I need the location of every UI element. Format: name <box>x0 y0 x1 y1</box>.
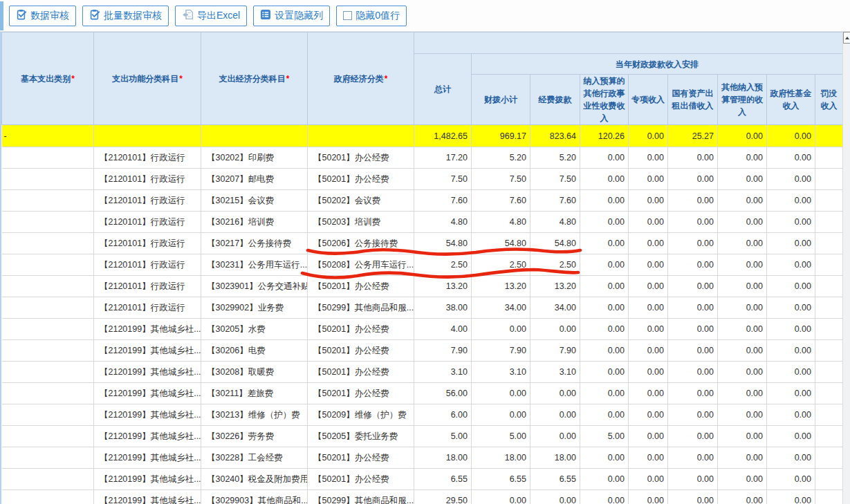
cell-amount[interactable]: 0.00 <box>629 125 668 147</box>
cell-amount[interactable]: 0.00 <box>718 469 767 490</box>
cell-amount[interactable]: 13.20 <box>530 276 580 297</box>
cell-economic-subject[interactable]: 【30226】劳务费 <box>201 426 308 447</box>
cell-gov-classification[interactable]: 【50299】其他商品和服... <box>308 490 414 504</box>
cell-amount[interactable]: 0.00 <box>580 404 629 426</box>
cell-economic-subject[interactable]: 【30206】电费 <box>201 340 308 362</box>
cell-basic-expense-category[interactable] <box>2 362 94 383</box>
cell-amount-clipped[interactable] <box>815 190 843 212</box>
cell-amount[interactable]: 0.00 <box>767 362 815 383</box>
export-excel-button[interactable]: 导出Excel <box>175 6 247 26</box>
cell-amount[interactable]: 0.00 <box>668 490 718 504</box>
cell-gov-classification[interactable] <box>308 125 414 147</box>
cell-amount[interactable]: 0.00 <box>767 319 815 340</box>
cell-amount[interactable]: 0.00 <box>718 340 767 362</box>
cell-gov-classification[interactable]: 【50201】办公经费 <box>308 169 414 190</box>
cell-amount[interactable]: 0.00 <box>629 169 668 190</box>
cell-amount[interactable]: 0.00 <box>718 169 767 190</box>
cell-economic-subject[interactable] <box>201 125 308 147</box>
cell-amount[interactable]: 0.00 <box>580 490 629 504</box>
cell-basic-expense-category[interactable] <box>2 254 94 276</box>
cell-amount[interactable]: 0.00 <box>668 147 718 169</box>
cell-amount[interactable]: 0.00 <box>668 362 718 383</box>
cell-amount[interactable]: 0.00 <box>767 233 815 254</box>
cell-economic-subject[interactable]: 【30228】工会经费 <box>201 447 308 469</box>
cell-basic-expense-category[interactable] <box>2 147 94 169</box>
cell-amount[interactable]: 0.00 <box>668 169 718 190</box>
cell-amount[interactable]: 0.00 <box>718 212 767 233</box>
cell-amount[interactable]: 0.00 <box>718 125 767 147</box>
cell-gov-classification[interactable]: 【50201】办公经费 <box>308 276 414 297</box>
cell-amount[interactable]: 29.50 <box>414 490 472 504</box>
cell-amount[interactable]: 6.55 <box>472 469 530 490</box>
cell-amount[interactable]: 0.00 <box>668 190 718 212</box>
cell-economic-subject[interactable]: 【30213】维修（护）费 <box>201 404 308 426</box>
cell-gov-classification[interactable]: 【50201】办公经费 <box>308 319 414 340</box>
cell-gov-classification[interactable]: 【50209】维修（护）费 <box>308 404 414 426</box>
cell-amount[interactable]: 0.00 <box>718 233 767 254</box>
cell-function-subject[interactable]: 【2120101】行政运行 <box>94 169 201 190</box>
cell-amount[interactable]: 0.00 <box>718 426 767 447</box>
cell-amount[interactable]: 0.00 <box>580 169 629 190</box>
cell-gov-classification[interactable]: 【50201】办公经费 <box>308 383 414 404</box>
cell-amount[interactable]: 0.00 <box>668 447 718 469</box>
cell-amount[interactable]: 7.60 <box>530 190 580 212</box>
cell-function-subject[interactable]: 【2120199】其他城乡社... <box>94 490 201 504</box>
cell-function-subject[interactable]: 【2120101】行政运行 <box>94 254 201 276</box>
cell-function-subject[interactable]: 【2120199】其他城乡社... <box>94 404 201 426</box>
cell-amount[interactable]: 0.00 <box>767 469 815 490</box>
cell-amount[interactable]: 0.00 <box>767 426 815 447</box>
cell-amount[interactable]: 4.80 <box>472 212 530 233</box>
cell-amount[interactable]: 0.00 <box>767 254 815 276</box>
cell-gov-classification[interactable]: 【50201】办公经费 <box>308 469 414 490</box>
cell-gov-classification[interactable]: 【50202】会议费 <box>308 190 414 212</box>
cell-economic-subject[interactable]: 【30202】印刷费 <box>201 147 308 169</box>
cell-basic-expense-category[interactable] <box>2 169 94 190</box>
cell-amount[interactable]: 7.50 <box>414 169 472 190</box>
cell-amount[interactable]: 0.00 <box>580 212 629 233</box>
cell-amount[interactable]: 0.00 <box>718 319 767 340</box>
cell-amount[interactable]: 0.00 <box>629 404 668 426</box>
cell-amount[interactable]: 0.00 <box>668 233 718 254</box>
cell-gov-classification[interactable]: 【50201】办公经费 <box>308 147 414 169</box>
cell-amount[interactable]: 0.00 <box>472 383 530 404</box>
cell-gov-classification[interactable]: 【50203】培训费 <box>308 212 414 233</box>
cell-amount[interactable]: 0.00 <box>767 383 815 404</box>
cell-amount[interactable]: 54.80 <box>530 233 580 254</box>
cell-amount[interactable]: 54.80 <box>472 233 530 254</box>
cell-function-subject[interactable]: 【2120101】行政运行 <box>94 147 201 169</box>
cell-amount[interactable]: 0.00 <box>629 383 668 404</box>
cell-amount[interactable]: 0.00 <box>629 254 668 276</box>
cell-economic-subject[interactable]: 【30208】取暖费 <box>201 362 308 383</box>
cell-amount[interactable]: 0.00 <box>668 383 718 404</box>
cell-amount[interactable]: 0.00 <box>580 447 629 469</box>
cell-function-subject[interactable] <box>94 125 201 147</box>
cell-amount[interactable]: 0.00 <box>580 469 629 490</box>
cell-amount-clipped[interactable] <box>815 254 843 276</box>
cell-amount[interactable]: 0.00 <box>629 276 668 297</box>
cell-amount[interactable]: 2.50 <box>472 254 530 276</box>
cell-gov-classification[interactable]: 【50205】委托业务费 <box>308 426 414 447</box>
cell-economic-subject[interactable]: 【30205】水费 <box>201 319 308 340</box>
cell-basic-expense-category[interactable] <box>2 469 94 490</box>
cell-amount[interactable]: 0.00 <box>629 319 668 340</box>
cell-amount[interactable]: 38.00 <box>414 297 472 319</box>
cell-amount[interactable]: 120.26 <box>580 125 629 147</box>
cell-basic-expense-category[interactable] <box>2 447 94 469</box>
cell-amount[interactable]: 0.00 <box>580 147 629 169</box>
cell-function-subject[interactable]: 【2120101】行政运行 <box>94 190 201 212</box>
cell-amount[interactable]: 7.60 <box>472 190 530 212</box>
cell-amount[interactable]: 5.00 <box>580 426 629 447</box>
cell-amount[interactable]: 0.00 <box>472 490 530 504</box>
cell-amount[interactable]: 0.00 <box>718 404 767 426</box>
cell-amount[interactable]: 0.00 <box>718 276 767 297</box>
cell-amount[interactable]: 0.00 <box>718 147 767 169</box>
cell-function-subject[interactable]: 【2120199】其他城乡社... <box>94 426 201 447</box>
cell-function-subject[interactable]: 【2120101】行政运行 <box>94 233 201 254</box>
cell-economic-subject[interactable]: 【30240】税金及附加费用 <box>201 469 308 490</box>
cell-function-subject[interactable]: 【2120199】其他城乡社... <box>94 469 201 490</box>
cell-amount[interactable]: 5.20 <box>472 147 530 169</box>
set-hidden-columns-button[interactable]: 设置隐藏列 <box>253 6 330 26</box>
cell-amount[interactable]: 0.00 <box>767 340 815 362</box>
cell-economic-subject[interactable]: 【30231】公务用车运行... <box>201 254 308 276</box>
cell-economic-subject[interactable]: 【30207】邮电费 <box>201 169 308 190</box>
